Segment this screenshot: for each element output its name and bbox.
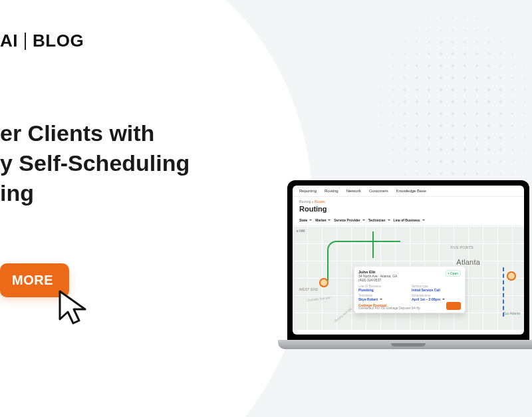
filter-line-of-business[interactable]: Line of Business	[394, 218, 425, 222]
chevron-down-icon	[422, 219, 425, 221]
hero-headline: er Clients with y Self-Scheduling ing	[0, 118, 190, 208]
laptop-screen-bezel: Reporting Routing Network Customers Know…	[287, 180, 529, 340]
filter-market[interactable]: Market	[315, 218, 331, 222]
app-top-nav: Reporting Routing Network Customers Know…	[293, 186, 524, 197]
brand-row: AI BLOG	[0, 31, 84, 51]
brand-divider	[25, 33, 26, 50]
map-label-nw: e NW	[297, 229, 305, 233]
map-neighborhood-west-end: WEST END	[299, 287, 319, 291]
routing-map[interactable]: e NW Atlanta FIVE POINTS WEST END Zoo At…	[293, 226, 524, 330]
service-type-value: Initial Service Call	[412, 288, 461, 292]
nav-routing[interactable]: Routing	[325, 189, 338, 193]
disposal-model: Insinkerator Pro 750 Garbage Disposer 3/…	[358, 307, 461, 310]
navigate-button[interactable]	[446, 302, 461, 310]
chevron-down-icon	[388, 219, 390, 221]
customer-phone: (416) 314-0537	[358, 278, 397, 282]
map-route-blue	[503, 267, 504, 317]
breadcrumb-root[interactable]: Routing	[299, 200, 311, 204]
map-poi-zoo-atlanta: Zoo Atlanta	[503, 311, 520, 315]
technician-pin-icon[interactable]	[507, 271, 516, 281]
laptop-mockup: Reporting Routing Network Customers Know…	[278, 180, 532, 362]
headline-line-3: ing	[0, 178, 190, 208]
nav-network[interactable]: Network	[346, 189, 361, 193]
filter-service-provider[interactable]: Service Provider	[334, 218, 364, 222]
map-city-label: Atlanta	[456, 258, 480, 266]
status-badge: • Open	[446, 270, 461, 277]
breadcrumb: Routing ▸ Routes	[293, 197, 524, 205]
chevron-down-icon	[328, 219, 331, 221]
headline-line-1: er Clients with	[0, 118, 190, 148]
lob-value: Plumbing	[358, 288, 408, 292]
laptop-trackpad-notch	[391, 343, 426, 347]
nav-customers[interactable]: Customers	[369, 189, 388, 193]
brand-section: BLOG	[33, 31, 84, 51]
schedule-dropdown[interactable]: April 1st – 2:00pm	[412, 297, 461, 301]
chevron-down-icon	[309, 219, 312, 221]
chevron-down-icon	[380, 299, 382, 300]
technician-pin-icon[interactable]	[319, 278, 329, 287]
technician-dropdown[interactable]: Skye Robert	[358, 297, 408, 301]
breadcrumb-active: Routes	[315, 200, 325, 204]
nav-reporting[interactable]: Reporting	[299, 189, 317, 193]
brand-prefix: AI	[0, 31, 18, 51]
customer-info-card: John Elit 34 North Ave · Atlanta, GA (41…	[354, 266, 466, 313]
chevron-down-icon	[442, 299, 445, 300]
headline-line-2: y Self-Scheduling	[0, 148, 190, 178]
cursor-arrow-icon	[52, 285, 100, 333]
map-neighborhood-five-points: FIVE POINTS	[451, 245, 473, 249]
filter-bar: State Market Service Provider Technician…	[293, 216, 524, 226]
filter-technician[interactable]: Technician	[368, 218, 390, 222]
page-title: Routing	[293, 205, 524, 216]
map-route-green-branch	[372, 231, 374, 258]
nav-knowledge-base[interactable]: Knowledge Base	[396, 189, 426, 193]
app-window: Reporting Routing Network Customers Know…	[293, 186, 524, 335]
chevron-down-icon	[362, 219, 365, 221]
filter-state[interactable]: State	[299, 218, 312, 222]
